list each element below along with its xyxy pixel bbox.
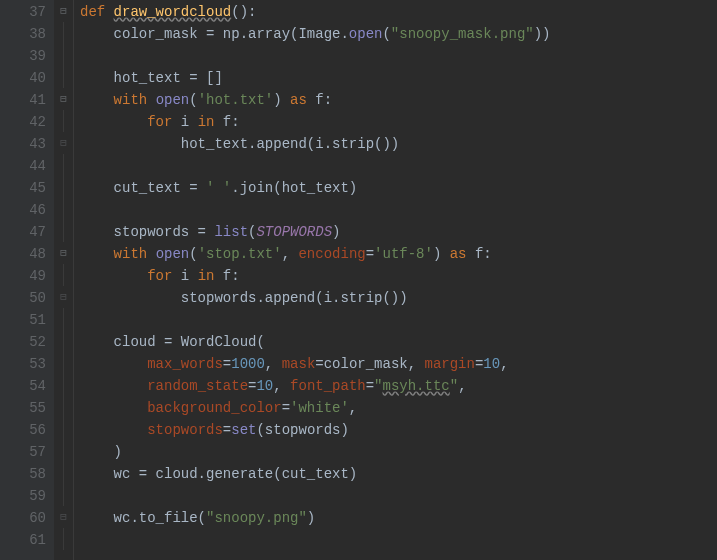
code-token: ) [273, 92, 290, 108]
code-token: with [114, 92, 156, 108]
code-token: 10 [483, 356, 500, 372]
fold-marker [54, 176, 73, 198]
code-line[interactable]: max_words=1000, mask=color_mask, margin=… [80, 352, 551, 374]
fold-marker[interactable]: ⊟ [54, 286, 73, 308]
line-number: 45 [0, 176, 46, 198]
code-token: STOPWORDS [256, 224, 332, 240]
fold-marker [54, 352, 73, 374]
fold-marker[interactable]: ⊟ [54, 0, 73, 22]
line-number: 37 [0, 0, 46, 22]
code-token: ( [189, 246, 197, 262]
code-token: )) [534, 26, 551, 42]
fold-marker[interactable]: ⊟ [54, 506, 73, 528]
code-token: background_color [147, 400, 281, 416]
line-number: 59 [0, 484, 46, 506]
code-token [80, 400, 147, 416]
code-token: , [349, 400, 357, 416]
code-token: 'white' [290, 400, 349, 416]
code-token: 'stop.txt' [198, 246, 282, 262]
code-line[interactable]: wc.to_file("snoopy.png") [80, 506, 551, 528]
code-line[interactable]: color_mask = np.array(Image.open("snoopy… [80, 22, 551, 44]
code-line[interactable] [80, 528, 551, 550]
fold-marker [54, 308, 73, 330]
fold-marker [54, 198, 73, 220]
code-token: ( [189, 92, 197, 108]
code-token: = [223, 356, 231, 372]
code-token: , [265, 356, 282, 372]
code-editor[interactable]: 3738394041424344454647484950515253545556… [0, 0, 717, 560]
code-token: encoding [298, 246, 365, 262]
code-token: hot_text.append(i.strip()) [80, 136, 399, 152]
code-line[interactable] [80, 308, 551, 330]
code-token: stopwords.append(i.strip()) [80, 290, 408, 306]
code-line[interactable]: with open('stop.txt', encoding='utf-8') … [80, 242, 551, 264]
fold-marker[interactable]: ⊟ [54, 242, 73, 264]
fold-marker[interactable]: ⊟ [54, 132, 73, 154]
code-token: stopwords [147, 422, 223, 438]
code-token: color_mask = np.array(Image. [80, 26, 349, 42]
line-number: 41 [0, 88, 46, 110]
code-token: ) [307, 510, 315, 526]
code-token: ) [332, 224, 340, 240]
line-number: 55 [0, 396, 46, 418]
code-token: stopwords = [80, 224, 214, 240]
line-number: 56 [0, 418, 46, 440]
line-number: 53 [0, 352, 46, 374]
code-area[interactable]: def draw_wordcloud(): color_mask = np.ar… [74, 0, 551, 560]
code-line[interactable] [80, 198, 551, 220]
code-token: f: [475, 246, 492, 262]
code-line[interactable]: for i in f: [80, 110, 551, 132]
code-line[interactable]: stopwords.append(i.strip()) [80, 286, 551, 308]
code-line[interactable]: cut_text = ' '.join(hot_text) [80, 176, 551, 198]
code-token: , [458, 378, 466, 394]
code-token: random_state [147, 378, 248, 394]
code-line[interactable]: wc = cloud.generate(cut_text) [80, 462, 551, 484]
code-token: f: [223, 268, 240, 284]
line-number: 54 [0, 374, 46, 396]
line-number: 61 [0, 528, 46, 550]
line-number: 39 [0, 44, 46, 66]
code-line[interactable]: ) [80, 440, 551, 462]
code-line[interactable] [80, 154, 551, 176]
code-line[interactable]: stopwords=set(stopwords) [80, 418, 551, 440]
code-line[interactable]: random_state=10, font_path="msyh.ttc", [80, 374, 551, 396]
code-token: set [231, 422, 256, 438]
code-line[interactable]: hot_text = [] [80, 66, 551, 88]
line-number: 43 [0, 132, 46, 154]
line-number: 49 [0, 264, 46, 286]
code-line[interactable]: def draw_wordcloud(): [80, 0, 551, 22]
code-token: ( [382, 26, 390, 42]
code-token: , [282, 246, 299, 262]
code-token: = [366, 378, 374, 394]
code-token: = [223, 422, 231, 438]
code-line[interactable] [80, 484, 551, 506]
code-token: = [282, 400, 290, 416]
code-token: 'utf-8' [374, 246, 433, 262]
fold-marker [54, 528, 73, 550]
code-token [80, 92, 114, 108]
code-token: for [147, 114, 181, 130]
code-token: wc.to_file( [80, 510, 206, 526]
code-token: draw_wordcloud [114, 4, 232, 20]
code-token: =color_mask, [315, 356, 424, 372]
code-token: def [80, 4, 114, 20]
fold-column[interactable]: ⊟⊟⊟⊟⊟⊟ [54, 0, 74, 560]
code-line[interactable]: background_color='white', [80, 396, 551, 418]
code-token: ) [80, 444, 122, 460]
code-token: open [156, 92, 190, 108]
code-line[interactable]: cloud = WordCloud( [80, 330, 551, 352]
code-line[interactable] [80, 44, 551, 66]
code-token: as [450, 246, 475, 262]
code-line[interactable]: for i in f: [80, 264, 551, 286]
code-token [80, 378, 147, 394]
fold-marker [54, 374, 73, 396]
code-token: in [198, 268, 223, 284]
code-line[interactable]: stopwords = list(STOPWORDS) [80, 220, 551, 242]
fold-marker [54, 462, 73, 484]
code-line[interactable]: with open('hot.txt') as f: [80, 88, 551, 110]
code-token: ) [433, 246, 450, 262]
code-line[interactable]: hot_text.append(i.strip()) [80, 132, 551, 154]
fold-marker[interactable]: ⊟ [54, 88, 73, 110]
line-number-gutter: 3738394041424344454647484950515253545556… [0, 0, 54, 560]
code-token: list [214, 224, 248, 240]
